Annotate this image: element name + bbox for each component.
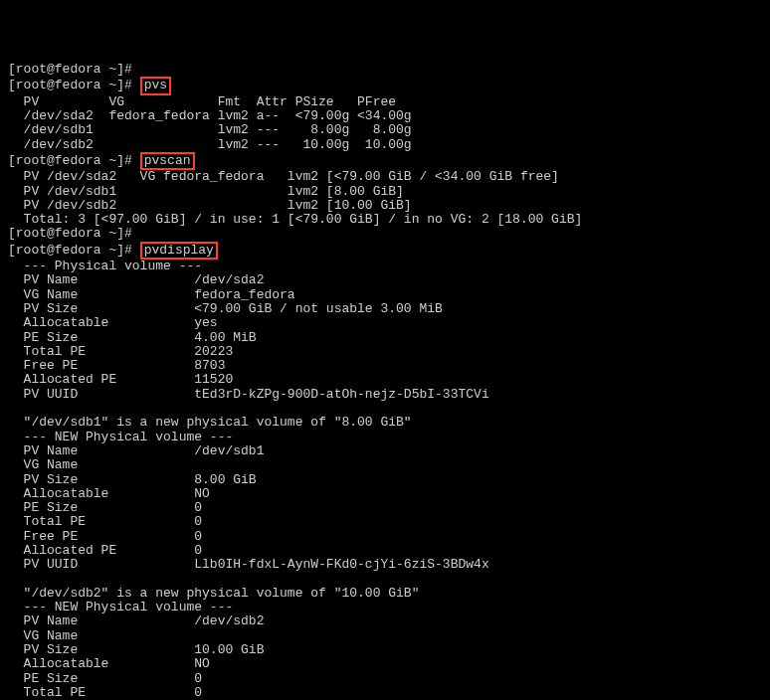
pvdisplay-row: Total PE 20223	[8, 344, 233, 359]
pvdisplay-msg: "/dev/sdb2" is a new physical volume of …	[8, 586, 419, 601]
pvdisplay-header: --- NEW Physical volume ---	[8, 600, 233, 614]
pvdisplay-row: VG Name fedora_fedora	[8, 287, 295, 302]
pvdisplay-row: Total PE 0	[8, 514, 202, 529]
pvdisplay-header: --- NEW Physical volume ---	[8, 430, 233, 444]
pvdisplay-row: PV Name /dev/sdb2	[8, 613, 264, 628]
pvscan-row: PV /dev/sdb2 lvm2 [10.00 GiB]	[8, 198, 412, 213]
pvdisplay-row: PV Name /dev/sda2	[8, 272, 264, 287]
pvs-header: PV VG Fmt Attr PSize PFree	[8, 94, 396, 109]
prompt-line: [root@fedora ~]#	[8, 62, 132, 77]
pvdisplay-row: Total PE 0	[8, 685, 202, 700]
pvdisplay-row: PV Size 8.00 GiB	[8, 472, 257, 487]
pvdisplay-row: Allocated PE 0	[8, 543, 202, 558]
highlight-pvdisplay: pvdisplay	[140, 242, 218, 260]
pvdisplay-row: VG Name	[8, 457, 78, 472]
pvdisplay-row: Allocated PE 11520	[8, 372, 233, 387]
prompt-line: [root@fedora ~]# pvdisplay	[8, 243, 218, 258]
pvdisplay-row: Free PE 8703	[8, 358, 225, 373]
pvs-row: /dev/sdb2 lvm2 --- 10.00g 10.00g	[8, 137, 412, 152]
highlight-pvs: pvs	[140, 77, 171, 94]
terminal-output: [root@fedora ~]# [root@fedora ~]# pvs PV…	[8, 63, 762, 700]
pvs-row: /dev/sda2 fedora_fedora lvm2 a-- <79.00g…	[8, 108, 412, 123]
pvscan-total: Total: 3 [<97.00 GiB] / in use: 1 [<79.0…	[8, 212, 582, 227]
pvdisplay-header: --- Physical volume ---	[8, 259, 202, 273]
pvdisplay-row: Allocatable NO	[8, 486, 210, 501]
pvs-row: /dev/sdb1 lvm2 --- 8.00g 8.00g	[8, 122, 412, 137]
pvdisplay-row: PV Size 10.00 GiB	[8, 642, 264, 657]
pvdisplay-row: VG Name	[8, 628, 78, 643]
pvdisplay-row: Allocatable yes	[8, 315, 218, 330]
pvdisplay-row: PV Name /dev/sdb1	[8, 443, 264, 458]
pvdisplay-row: Free PE 0	[8, 529, 202, 544]
prompt-line: [root@fedora ~]#	[8, 226, 132, 241]
pvdisplay-row: PE Size 0	[8, 500, 202, 515]
highlight-pvscan: pvscan	[140, 152, 195, 170]
prompt-line: [root@fedora ~]# pvs	[8, 78, 171, 92]
pvdisplay-row: PE Size 4.00 MiB	[8, 330, 257, 345]
pvdisplay-row: PV UUID Llb0IH-fdxL-AynW-FKd0-cjYi-6ziS-…	[8, 557, 489, 572]
pvscan-row: PV /dev/sda2 VG fedora_fedora lvm2 [<79.…	[8, 169, 559, 184]
pvdisplay-msg: "/dev/sdb1" is a new physical volume of …	[8, 415, 412, 430]
pvdisplay-row: PE Size 0	[8, 671, 202, 686]
pvdisplay-row: PV Size <79.00 GiB / not usable 3.00 MiB	[8, 301, 443, 316]
pvdisplay-row: Allocatable NO	[8, 656, 210, 671]
pvscan-row: PV /dev/sdb1 lvm2 [8.00 GiB]	[8, 184, 404, 199]
pvdisplay-row: PV UUID tEd3rD-kZPg-900D-atOh-nejz-D5bI-…	[8, 387, 489, 402]
prompt-line: [root@fedora ~]# pvscan	[8, 153, 195, 168]
